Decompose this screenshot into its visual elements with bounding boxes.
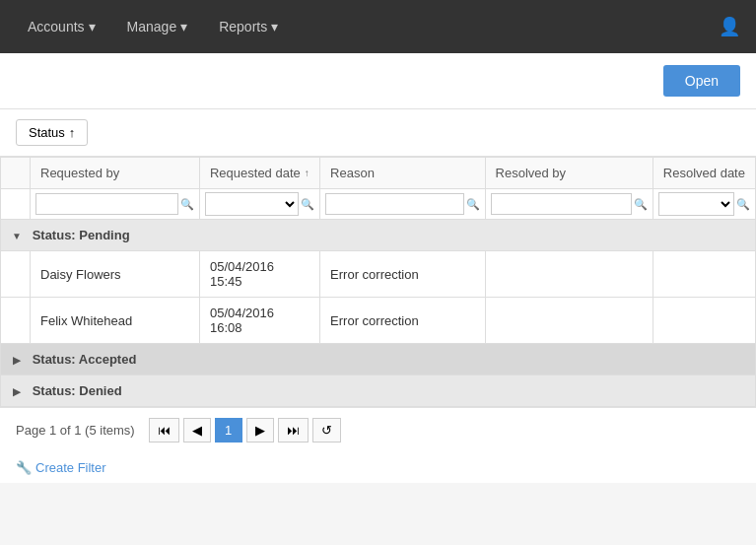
filter-reason-input[interactable] bbox=[325, 193, 463, 215]
filter-resolved-date-cell: 🔍 bbox=[653, 189, 755, 220]
main-table-container: Requested by Requested date ↑ Reason Res… bbox=[0, 157, 756, 407]
filter-resolved-date-select[interactable] bbox=[658, 192, 734, 216]
table-header-row: Requested by Requested date ↑ Reason Res… bbox=[1, 158, 756, 189]
accounts-dropdown-icon: ▾ bbox=[89, 19, 96, 34]
create-filter-link[interactable]: 🔧 Create Filter bbox=[16, 460, 106, 475]
create-filter-icon: 🔧 bbox=[16, 460, 32, 475]
row1-resolved-date bbox=[653, 251, 755, 298]
status-pending-row: ▼ Status: Pending bbox=[1, 220, 756, 251]
current-page-button[interactable]: 1 bbox=[215, 418, 242, 443]
status-filter-row: Status ↑ bbox=[0, 109, 756, 157]
accepted-toggle-icon[interactable]: ▶ bbox=[11, 355, 23, 367]
nav-reports[interactable]: Reports ▾ bbox=[207, 11, 290, 42]
refresh-button[interactable]: ↺ bbox=[312, 418, 341, 443]
filter-requested-date-cell: 🔍 bbox=[199, 189, 319, 220]
status-filter-button[interactable]: Status ↑ bbox=[16, 119, 88, 146]
table-filter-row: 🔍 🔍 🔍 bbox=[1, 189, 756, 220]
sort-icon: ↑ bbox=[69, 125, 76, 140]
filter-date-icon[interactable]: 🔍 bbox=[301, 198, 314, 211]
date-sort-icon: ↑ bbox=[305, 168, 309, 178]
row1-requested-date: 05/04/2016 15:45 bbox=[199, 251, 319, 298]
prev-page-button[interactable]: ◀ bbox=[183, 418, 211, 443]
create-filter-row: 🔧 Create Filter bbox=[0, 452, 756, 483]
open-button[interactable]: Open bbox=[663, 65, 740, 97]
row1-expand bbox=[1, 251, 31, 298]
col-expand bbox=[1, 158, 31, 189]
filter-resolved-date-icon[interactable]: 🔍 bbox=[736, 198, 750, 211]
filter-reason-icon[interactable]: 🔍 bbox=[466, 198, 480, 211]
filter-empty-cell bbox=[1, 189, 31, 220]
pending-toggle-icon[interactable]: ▼ bbox=[11, 231, 23, 242]
row2-resolved-date bbox=[653, 298, 755, 344]
row1-reason: Error correction bbox=[320, 251, 485, 298]
filter-requested-date-select[interactable] bbox=[205, 192, 299, 216]
filter-requested-by-input[interactable] bbox=[35, 193, 178, 215]
col-resolved-by[interactable]: Resolved by bbox=[485, 158, 653, 189]
filter-requested-by-cell: 🔍 bbox=[31, 189, 200, 220]
first-page-button[interactable]: ⏮ bbox=[149, 418, 179, 443]
next-page-button[interactable]: ▶ bbox=[246, 418, 274, 443]
open-button-row: Open bbox=[0, 53, 756, 109]
row2-requested-by: Felix Whitehead bbox=[31, 298, 200, 344]
row2-requested-date: 05/04/2016 16:08 bbox=[199, 298, 319, 344]
col-requested-date[interactable]: Requested date ↑ bbox=[199, 158, 319, 189]
filter-resolved-by-icon[interactable]: 🔍 bbox=[634, 198, 648, 211]
row1-requested-by: Daisy Flowers bbox=[31, 251, 200, 298]
status-accepted-row: ▶ Status: Accepted bbox=[1, 344, 756, 375]
page-info: Page 1 of 1 (5 items) bbox=[16, 423, 135, 438]
user-icon[interactable]: 👤 bbox=[719, 16, 740, 37]
last-page-button[interactable]: ⏭ bbox=[278, 418, 309, 443]
nav-accounts[interactable]: Accounts ▾ bbox=[16, 11, 107, 42]
col-requested-by[interactable]: Requested by bbox=[31, 158, 200, 189]
col-resolved-date[interactable]: Resolved date bbox=[653, 158, 755, 189]
row2-resolved-by bbox=[485, 298, 653, 344]
navbar: Accounts ▾ Manage ▾ Reports ▾ 👤 bbox=[0, 0, 756, 53]
filter-resolved-by-input[interactable] bbox=[491, 193, 632, 215]
row2-expand bbox=[1, 298, 31, 344]
denied-toggle-icon[interactable]: ▶ bbox=[11, 386, 23, 398]
filter-resolved-by-cell: 🔍 bbox=[485, 189, 653, 220]
table-row[interactable]: Felix Whitehead 05/04/2016 16:08 Error c… bbox=[1, 298, 756, 344]
nav-manage[interactable]: Manage ▾ bbox=[115, 11, 200, 42]
filter-requested-by-icon[interactable]: 🔍 bbox=[180, 198, 194, 211]
row2-reason: Error correction bbox=[320, 298, 485, 344]
table-row[interactable]: Daisy Flowers 05/04/2016 15:45 Error cor… bbox=[1, 251, 756, 298]
main-table: Requested by Requested date ↑ Reason Res… bbox=[0, 157, 756, 407]
col-reason[interactable]: Reason bbox=[320, 158, 485, 189]
filter-reason-cell: 🔍 bbox=[320, 189, 485, 220]
status-denied-row: ▶ Status: Denied bbox=[1, 375, 756, 407]
reports-dropdown-icon: ▾ bbox=[271, 19, 278, 34]
pagination-row: Page 1 of 1 (5 items) ⏮ ◀ 1 ▶ ⏭ ↺ bbox=[0, 407, 756, 452]
manage-dropdown-icon: ▾ bbox=[180, 19, 187, 34]
row1-resolved-by bbox=[485, 251, 653, 298]
